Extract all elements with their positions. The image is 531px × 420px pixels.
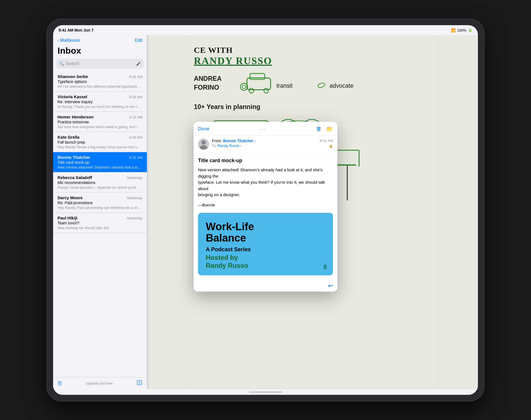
podcast-card: Work-Life Balance A Podcast Series Hoste… [198,213,333,275]
folder-button[interactable]: 📁 [326,126,333,132]
mail-nav: ‹ Mailboxes Edit [53,35,147,45]
more-options-button[interactable]: ··· [259,126,266,132]
mail-preview: Randy! Good question – depends on where … [58,185,142,190]
mail-time: Yesterday [127,176,142,180]
mail-time: 9:39 AM [129,95,142,99]
mail-item[interactable]: Paul Hikiji Yesterday Team lunch? Was th… [53,213,147,233]
podcast-play-button[interactable]: ⏸ [322,263,329,271]
mail-item[interactable]: Shannon Serbe 9:41 AM Typeface options H… [53,71,147,92]
modal-footer: ↩ [194,280,337,292]
podcast-title: Work-Life Balance [206,221,325,244]
mailboxes-back-button[interactable]: ‹ Mailboxes [58,38,80,43]
email-body: New version attached! Shannon's already … [198,167,333,198]
mail-preview: Hi! I've selected a few different potent… [58,84,142,89]
mic-icon: 🎤 [136,61,141,66]
ipad-screen: 9:41 AM Mon Jun 7 📶 100% 🔋 ‹ Mailboxes E… [53,25,478,395]
svg-text:CE WITH: CE WITH [194,45,233,55]
notes-compose-icon[interactable]: ☰ [58,380,62,387]
search-placeholder: Search [66,61,134,66]
mail-list: Shannon Serbe 9:41 AM Typeface options H… [53,71,147,377]
recipient-name[interactable]: Randy Russo [218,144,239,148]
mail-time: 9:41 AM [129,75,142,79]
ipad-frame: 9:41 AM Mon Jun 7 📶 100% 🔋 ‹ Mailboxes E… [47,19,484,401]
mail-subject: Typeface options [58,79,142,84]
modal-toolbar: Done ··· 🗑 📁 [194,122,337,135]
mail-item[interactable]: Kate Grella 8:40 AM Fall launch prep Hey… [53,132,147,152]
mail-preview: Hey Randy! Break a leg today! Once you'v… [58,145,142,149]
mail-preview: Hi Randy, Thank you so much for thinking… [58,105,142,109]
email-time: 8:31 AM [320,139,333,143]
podcast-subtitle: A Podcast Series [206,246,325,253]
compose-button[interactable]: 3 [136,380,142,387]
from-line: From: Bonnie Thatcher › [212,139,317,143]
search-bar[interactable]: 🔍 Search 🎤 [56,59,144,69]
to-label: To: [212,144,217,148]
lock-icon: 🔒 [329,144,333,148]
sender-chevron-icon: › [255,139,256,143]
from-details: From: Bonnie Thatcher › To: Randy Russo … [212,139,317,148]
mail-item[interactable]: Victoria Kassel 9:39 AM Re: Interview in… [53,92,147,112]
mail-sender: Kate Grella [58,135,79,139]
modal-actions: 🗑 📁 [316,126,333,132]
trash-button[interactable]: 🗑 [316,126,322,132]
mail-subject: Title card mock-up [58,160,142,165]
from-label: From: [212,139,222,143]
mail-preview: Not sure how everyone else's week is goi… [58,125,142,129]
to-line: To: Randy Russo › [212,144,317,148]
mail-item[interactable]: Darcy Moore Yesterday Re: Paid promotion… [53,193,147,213]
sidebar-bottom: ☰ Updated Just Now 3 [53,377,147,389]
reply-button[interactable]: ↩ [328,282,333,289]
mail-item[interactable]: Rebecca Saladoff Yesterday Mic recommend… [53,172,147,193]
svg-point-43 [201,140,206,145]
svg-text:10+ Years in planning: 10+ Years in planning [194,103,260,110]
mail-sender: Darcy Moore [58,195,83,200]
mail-sender: Bonnie Thatcher [58,155,90,160]
main-content: ‹ Mailboxes Edit Inbox 🔍 Search 🎤 Shan [53,35,478,389]
status-right: 📶 100% 🔋 [451,28,472,32]
svg-text:3: 3 [139,381,140,384]
back-chevron-icon: ‹ [58,38,59,43]
mail-sender: Paul Hikiji [58,216,77,220]
battery-text: 100% [457,28,466,32]
updated-text: Updated Just Now [85,382,113,385]
search-icon: 🔍 [59,61,64,66]
battery-icon: 🔋 [468,28,472,32]
mail-subject: Re: Paid promotions [58,201,142,205]
email-subject: Title card mock-up [198,158,333,164]
mail-time: 8:40 AM [129,135,142,139]
svg-text:transit: transit [277,82,293,89]
mail-item-selected[interactable]: Bonnie Thatcher 8:31 AM Title card mock-… [53,152,147,172]
mail-time: Yesterday [127,216,142,220]
mail-subject: Re: Interview inquiry [58,100,142,104]
status-time: 9:41 AM Mon Jun 7 [59,28,93,32]
mail-item[interactable]: Homer Henderson 9:12 AM Practice tomorro… [53,112,147,132]
edit-button[interactable]: Edit [135,38,142,43]
mail-sender: Homer Henderson [58,115,93,119]
mail-sidebar: ‹ Mailboxes Edit Inbox 🔍 Search 🎤 Shan [53,35,147,389]
home-bar [249,392,282,393]
mail-subject: Team lunch? [58,221,142,225]
modal-body: Title card mock-up New version attached!… [194,153,337,280]
email-modal: Done ··· 🗑 📁 [194,122,337,292]
mail-time: 9:12 AM [129,115,142,119]
svg-text:FORINO: FORINO [194,84,219,91]
email-time-section: 8:31 AM 🔒 [320,139,333,148]
mail-subject: Mic recommendations [58,180,142,185]
inbox-title: Inbox [53,45,147,59]
mail-sender: Rebecca Saladoff [58,175,92,180]
mail-sender: Victoria Kassel [58,94,87,99]
status-bar: 9:41 AM Mon Jun 7 📶 100% 🔋 [53,25,478,35]
mail-time: 8:31 AM [129,155,142,160]
mail-time: Yesterday [127,196,142,200]
mail-subject: Practice tomorrow [58,120,142,124]
email-from-section: From: Bonnie Thatcher › To: Randy Russo … [194,135,337,153]
done-button[interactable]: Done [198,126,209,132]
sender-name[interactable]: Bonnie Thatcher [223,139,253,143]
sender-avatar [198,139,209,150]
mail-preview: Hey Randy, Paid advertising can definite… [58,206,142,210]
email-signature: —Bonnie [198,203,333,207]
podcast-host: Hosted by Randy Russo [206,254,325,270]
svg-point-44 [200,145,207,150]
svg-text:advocate: advocate [330,82,354,89]
svg-text:ANDREA: ANDREA [194,75,222,82]
